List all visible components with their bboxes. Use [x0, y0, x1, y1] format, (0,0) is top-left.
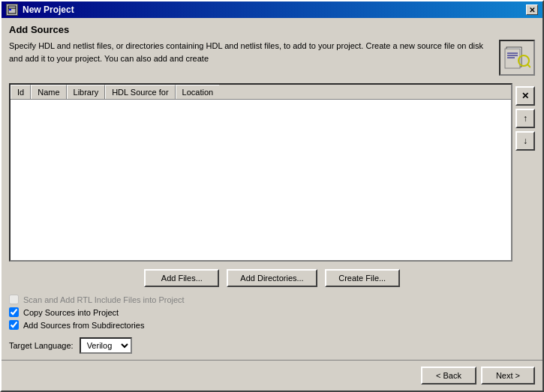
delete-row-button[interactable]: ✕	[515, 86, 535, 106]
svg-line-9	[527, 64, 530, 67]
scan-rtl-row: Scan and Add RTL Include Files into Proj…	[9, 295, 535, 304]
checkboxes-area: Scan and Add RTL Include Files into Proj…	[9, 292, 535, 333]
target-language-select[interactable]: Verilog VHDL	[80, 337, 132, 354]
table-body	[11, 100, 511, 260]
add-subdirs-label: Add Sources from Subdirectories	[23, 321, 144, 330]
add-subdirs-checkbox[interactable]	[9, 320, 19, 330]
col-library[interactable]: Library	[67, 85, 106, 99]
content-area: Add Sources Specify HDL and netlist file…	[2, 18, 542, 360]
svg-rect-2	[9, 9, 11, 10]
move-down-button[interactable]: ↓	[515, 131, 535, 151]
copy-sources-row: Copy Sources into Project	[9, 307, 535, 317]
next-button[interactable]: Next >	[481, 367, 535, 385]
main-window: New Project ✕ Add Sources Specify HDL an…	[0, 0, 544, 392]
add-subdirs-row: Add Sources from Subdirectories	[9, 320, 535, 330]
title-bar: New Project ✕	[2, 1, 542, 18]
svg-rect-4	[505, 49, 520, 68]
description-box: Specify HDL and netlist files, or direct…	[9, 40, 535, 76]
window-body: Add Sources Specify HDL and netlist file…	[2, 18, 542, 391]
section-title: Add Sources	[9, 24, 535, 35]
main-panel: Id Name Library HDL Source for Location …	[9, 83, 535, 262]
add-directories-button[interactable]: Add Directories...	[227, 269, 317, 287]
bottom-buttons: < Back Next >	[2, 360, 542, 391]
move-up-button[interactable]: ↑	[515, 109, 535, 128]
copy-sources-label: Copy Sources into Project	[23, 308, 119, 317]
col-location[interactable]: Location	[176, 85, 220, 99]
description-icon	[499, 40, 535, 76]
window-title: New Project	[23, 4, 74, 15]
target-language-row: Target Language: Verilog VHDL	[9, 333, 535, 354]
copy-sources-checkbox[interactable]	[9, 307, 19, 317]
target-language-label: Target Language:	[9, 341, 74, 350]
create-file-button[interactable]: Create File...	[325, 269, 400, 287]
scan-rtl-checkbox[interactable]	[9, 295, 19, 304]
col-id[interactable]: Id	[11, 85, 31, 99]
action-buttons: Add Files... Add Directories... Create F…	[9, 262, 535, 292]
window-icon	[6, 4, 18, 16]
back-button[interactable]: < Back	[421, 367, 476, 385]
description-text: Specify HDL and netlist files, or direct…	[9, 40, 493, 76]
col-name[interactable]: Name	[31, 85, 66, 99]
side-buttons: ✕ ↑ ↓	[515, 83, 535, 262]
sources-table: Id Name Library HDL Source for Location	[9, 83, 512, 262]
col-hdl-source-for[interactable]: HDL Source for	[105, 85, 175, 99]
add-files-button[interactable]: Add Files...	[144, 269, 219, 287]
close-button[interactable]: ✕	[526, 4, 538, 15]
title-bar-left: New Project	[6, 4, 74, 16]
table-header: Id Name Library HDL Source for Location	[11, 85, 511, 100]
scan-rtl-label: Scan and Add RTL Include Files into Proj…	[23, 295, 185, 304]
